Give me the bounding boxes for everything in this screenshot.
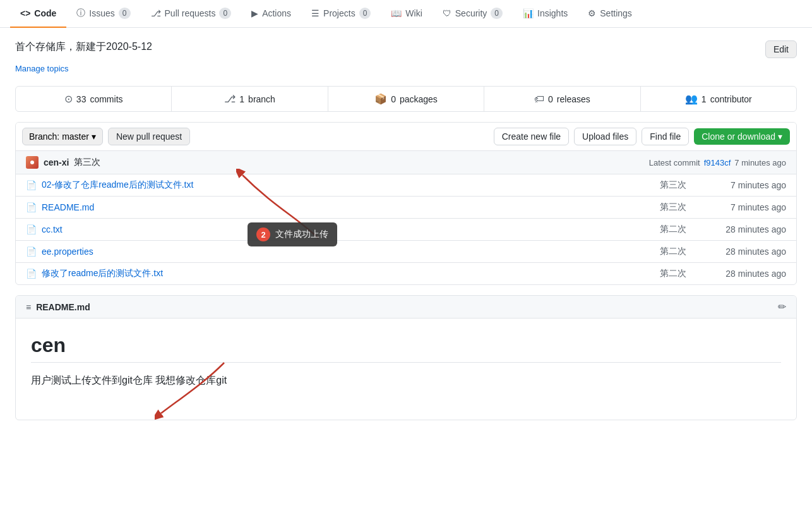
file-time: 7 minutes ago bbox=[691, 202, 786, 212]
file-table: Branch: master ▾ New pull request Create… bbox=[15, 122, 797, 285]
readme-heading: cen bbox=[31, 334, 781, 363]
table-row: 📄 02-修改了仓库readme后的测试文件.txt 第三次 7 minutes… bbox=[16, 174, 796, 197]
file-time: 28 minutes ago bbox=[691, 246, 786, 257]
tab-pull-requests[interactable]: ⎇ Pull requests 0 bbox=[141, 0, 242, 28]
file-name-link[interactable]: 02-修改了仓库readme后的测试文件.txt bbox=[42, 179, 606, 191]
file-name-link[interactable]: 修改了readme后的测试文件.txt bbox=[42, 268, 606, 279]
file-name-link[interactable]: README.md bbox=[42, 202, 606, 212]
repo-description-row: 首个存储库，新建于2020-5-12 Edit bbox=[15, 40, 797, 58]
pull-requests-badge: 0 bbox=[219, 8, 231, 19]
code-icon: <> bbox=[20, 8, 30, 18]
branch-selector-label: Branch: master bbox=[29, 131, 89, 142]
tab-pull-requests-label: Pull requests bbox=[165, 8, 216, 18]
tab-actions-label: Actions bbox=[262, 8, 291, 18]
tab-wiki[interactable]: 📖 Wiki bbox=[381, 0, 432, 28]
tabs-bar: <> Code ⓘ Issues 0 ⎇ Pull requests 0 ▶ A… bbox=[0, 0, 812, 28]
table-row: 📄 README.md 第三次 7 minutes ago bbox=[16, 197, 796, 219]
file-icon: 📄 bbox=[26, 246, 37, 257]
clone-or-download-button[interactable]: Clone or download ▾ bbox=[694, 128, 790, 145]
readme-body: cen 用户测试上传文件到git仓库 我想修改仓库git bbox=[16, 319, 796, 420]
edit-button[interactable]: Edit bbox=[765, 40, 797, 58]
tab-projects-label: Projects bbox=[323, 8, 355, 18]
commits-icon: ⊙ bbox=[64, 93, 73, 105]
packages-icon: 📦 bbox=[374, 93, 387, 105]
file-toolbar: Branch: master ▾ New pull request Create… bbox=[16, 123, 796, 151]
insights-icon: 📊 bbox=[523, 8, 534, 18]
releases-icon: 🏷 bbox=[534, 94, 544, 105]
readme-grid-icon: ≡ bbox=[26, 302, 31, 312]
avatar bbox=[26, 156, 39, 169]
latest-commit-label: Latest commit bbox=[649, 158, 700, 167]
tab-actions[interactable]: ▶ Actions bbox=[241, 0, 301, 28]
file-icon: 📄 bbox=[26, 180, 37, 190]
chevron-down-icon: ▾ bbox=[92, 131, 96, 142]
tab-issues-label: Issues bbox=[89, 8, 114, 18]
projects-icon: ☰ bbox=[311, 8, 319, 18]
tab-code[interactable]: <> Code bbox=[10, 0, 66, 28]
commit-message: 第三次 bbox=[74, 157, 100, 168]
repo-description: 首个存储库，新建于2020-5-12 bbox=[15, 40, 152, 54]
tab-settings-label: Settings bbox=[600, 8, 632, 18]
table-row: 📄 ee.properties 第二次 28 minutes ago bbox=[16, 241, 796, 263]
releases-stat[interactable]: 🏷 0 releases bbox=[484, 87, 640, 111]
avatar-dot bbox=[30, 161, 34, 164]
file-time: 7 minutes ago bbox=[691, 180, 786, 190]
branch-icon: ⎇ bbox=[224, 93, 236, 105]
tab-projects[interactable]: ☰ Projects 0 bbox=[301, 0, 381, 28]
file-name-link[interactable]: ee.properties bbox=[42, 246, 606, 257]
file-icon: 📄 bbox=[26, 224, 37, 234]
issues-icon: ⓘ bbox=[76, 8, 85, 19]
branches-stat[interactable]: ⎇ 1 branch bbox=[172, 87, 328, 111]
table-row: 📄 cc.txt 第二次 28 minutes ago bbox=[16, 219, 796, 241]
tab-security-label: Security bbox=[455, 8, 487, 18]
find-file-button[interactable]: Find file bbox=[642, 128, 689, 145]
commits-value: 33 bbox=[76, 94, 87, 104]
branches-label: branch bbox=[248, 94, 275, 104]
file-commit-message: 第三次 bbox=[611, 179, 686, 191]
commit-hash[interactable]: f9143cf bbox=[704, 158, 731, 167]
packages-stat[interactable]: 📦 0 packages bbox=[328, 87, 484, 111]
chevron-down-icon-green: ▾ bbox=[778, 131, 782, 142]
issues-badge: 0 bbox=[119, 8, 131, 19]
tab-issues[interactable]: ⓘ Issues 0 bbox=[66, 0, 140, 28]
commit-meta: Latest commit f9143cf 7 minutes ago bbox=[649, 158, 786, 167]
file-name-link[interactable]: cc.txt bbox=[42, 224, 606, 234]
commit-header: cen-xi 第三次 Latest commit f9143cf 7 minut… bbox=[16, 151, 796, 174]
commits-stat[interactable]: ⊙ 33 commits bbox=[16, 87, 172, 111]
file-icon: 📄 bbox=[26, 202, 37, 212]
pull-requests-icon: ⎇ bbox=[151, 8, 161, 18]
contributors-value: 1 bbox=[702, 94, 707, 104]
commit-author-row: cen-xi 第三次 bbox=[26, 156, 100, 169]
tab-settings[interactable]: ⚙ Settings bbox=[578, 0, 642, 28]
wiki-icon: 📖 bbox=[391, 8, 402, 18]
page-content: 首个存储库，新建于2020-5-12 Edit Manage topics ⊙ … bbox=[0, 28, 812, 433]
packages-label: packages bbox=[400, 94, 438, 104]
file-commit-message: 第三次 bbox=[611, 202, 686, 213]
releases-label: releases bbox=[557, 94, 590, 104]
manage-topics-link[interactable]: Manage topics bbox=[15, 64, 69, 73]
file-icon: 📄 bbox=[26, 269, 37, 279]
tab-security[interactable]: 🛡 Security 0 bbox=[433, 0, 513, 28]
tab-insights-label: Insights bbox=[537, 8, 568, 18]
readme-title-row: ≡ README.md bbox=[26, 302, 90, 312]
new-pull-request-button[interactable]: New pull request bbox=[108, 128, 190, 145]
table-row: 📄 修改了readme后的测试文件.txt 第二次 28 minutes ago bbox=[16, 263, 796, 284]
upload-files-button[interactable]: Upload files bbox=[574, 128, 636, 145]
contributors-stat[interactable]: 👥 1 contributor bbox=[641, 87, 796, 111]
readme-section: ≡ README.md ✏ cen 用户测试上传文件到git仓库 我想修改仓库g… bbox=[15, 295, 797, 420]
tab-insights[interactable]: 📊 Insights bbox=[513, 0, 578, 28]
contributor-icon: 👥 bbox=[685, 93, 698, 105]
readme-paragraph: 用户测试上传文件到git仓库 我想修改仓库git bbox=[31, 373, 781, 388]
branch-selector[interactable]: Branch: master ▾ bbox=[22, 128, 103, 145]
readme-header: ≡ README.md ✏ bbox=[16, 296, 796, 319]
file-commit-message: 第二次 bbox=[611, 268, 686, 279]
file-toolbar-right: Create new file Upload files Find file C… bbox=[494, 128, 790, 145]
branches-value: 1 bbox=[239, 94, 244, 104]
create-new-file-button[interactable]: Create new file bbox=[494, 128, 569, 145]
clone-download-label: Clone or download bbox=[702, 131, 775, 142]
readme-edit-button[interactable]: ✏ bbox=[778, 301, 786, 313]
file-time: 28 minutes ago bbox=[691, 224, 786, 234]
commit-author-name: cen-xi bbox=[44, 157, 69, 167]
file-commit-message: 第二次 bbox=[611, 224, 686, 235]
stats-bar: ⊙ 33 commits ⎇ 1 branch 📦 0 packages 🏷 0… bbox=[15, 86, 797, 112]
